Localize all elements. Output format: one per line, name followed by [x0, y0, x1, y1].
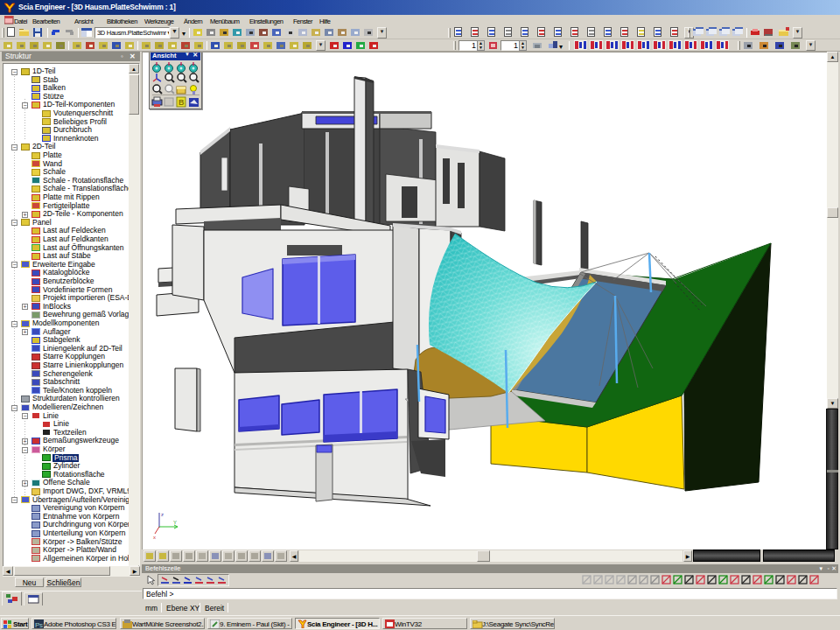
- svg-text:x: x: [153, 535, 156, 540]
- svg-text:Ps: Ps: [35, 621, 43, 629]
- svg-text:Y: Y: [173, 520, 177, 525]
- svg-text:z: z: [161, 512, 164, 517]
- svg-text:B: B: [178, 98, 185, 107]
